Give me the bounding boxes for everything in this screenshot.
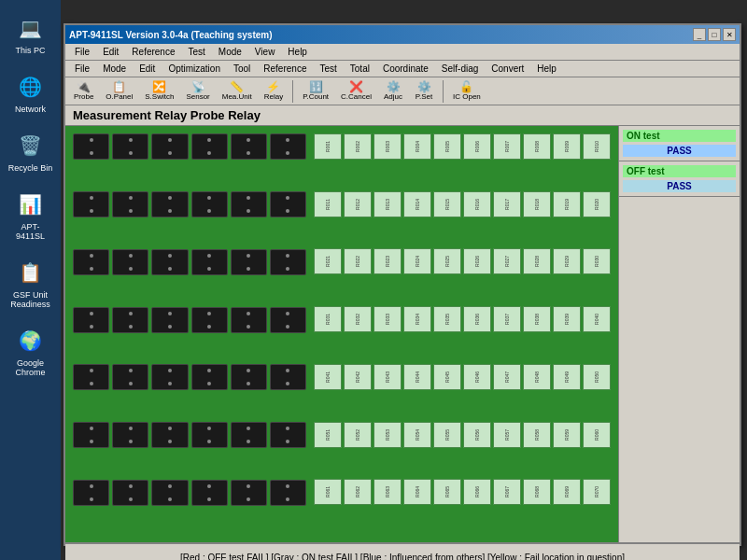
measurement-relay-1 [73,133,109,160]
probe-relay-63 [374,479,402,505]
menu2-reference[interactable]: Reference [258,63,312,75]
menu2-selfdiag[interactable]: Self-diag [436,63,484,75]
desktop-icon-chrome[interactable]: 🌍 Google Chrome [5,322,56,381]
desktop-icon-gsf[interactable]: 📋 GSF Unit Readiness [5,254,56,313]
probe-relay-13 [374,191,402,217]
toolbar-sswitch[interactable]: 🔀 S.Switch [140,79,178,103]
measurement-relay-7 [73,191,109,217]
toolbar-ccancel[interactable]: ❌ C.Cancel [336,79,376,103]
probe-relay-37 [493,306,521,332]
main-grids [73,133,611,535]
probe-relay-56 [463,422,491,448]
menu-view[interactable]: View [249,46,281,58]
right-relay-section [314,133,611,535]
toolbar-adjuc[interactable]: ⚙️ Adjuc [379,79,407,103]
toolbar-pset[interactable]: ⚙️ P.Set [410,79,438,103]
probe-relay-49 [553,364,581,390]
off-test-section: OFF test PASS [619,161,740,197]
measurement-relay-9 [151,191,188,217]
probe-relay-44 [403,364,431,390]
measurement-relay-34 [191,422,228,448]
toolbar-meaunit[interactable]: 📏 Mea.Unit [218,79,257,103]
chrome-icon: 🌍 [16,326,46,356]
probe-relay-45 [433,364,461,390]
measurement-relay-19 [73,307,109,333]
content-area: ON test PASS OFF test PASS [65,126,740,542]
measurement-relay-12 [270,191,306,217]
toolbar-opanel[interactable]: 📋 O.Panel [101,79,137,103]
desktop-icon-apt[interactable]: 📊 APT-9411SL [5,186,56,245]
menu-help[interactable]: Help [282,46,313,58]
menu2-help[interactable]: Help [531,63,562,75]
menu-mode[interactable]: Mode [213,46,247,58]
measurement-relay-21 [151,307,188,333]
probe-relay-46 [463,364,491,390]
menu2-convert[interactable]: Convert [486,63,529,75]
menu2-mode[interactable]: Mode [97,63,132,75]
desktop-icon-thispc[interactable]: 💻 This PC [5,9,56,59]
toolbar-probe[interactable]: 🔌 Probe [69,79,98,103]
measurement-relay-18 [270,249,306,275]
measurement-relay-8 [112,191,148,217]
measurement-relay-13 [73,249,109,275]
measurement-relay-11 [231,191,267,217]
toolbar-icopen[interactable]: 🔓 IC Open [448,79,486,103]
probe-relay-58 [523,422,551,448]
desktop-icon-network[interactable]: 🌐 Network [5,68,56,118]
right-panel: ON test PASS OFF test PASS [618,126,740,542]
probe-relay-1 [314,133,342,160]
menu2-tool[interactable]: Tool [228,63,256,75]
main-window: APT-9411SL Version 3.0-4a (Teaching syst… [63,23,741,546]
menu-file[interactable]: File [69,46,95,58]
menu2-optimization[interactable]: Optimization [162,63,226,75]
probe-relay-16 [463,191,491,217]
menu2-total[interactable]: Total [345,63,375,75]
probe-relay-19 [553,191,581,217]
probe-relay-24 [403,248,431,274]
menu-edit[interactable]: Edit [97,46,124,58]
probe-relay-50 [583,364,611,390]
maximize-button[interactable]: □ [708,28,721,41]
probe-relay-5 [433,133,461,160]
probe-relay-6 [463,133,491,160]
measurement-relay-35 [231,422,267,448]
menu2-edit[interactable]: Edit [134,63,161,75]
probe-relay-64 [403,479,431,505]
window-title: APT-9411SL Version 3.0-4a (Teaching syst… [69,30,689,40]
measurement-relay-22 [191,307,228,333]
measurement-relay-28 [191,364,228,390]
probe-relay-65 [433,479,461,505]
desktop-icon-recycle[interactable]: 🗑️ Recycle Bin [5,127,56,176]
relay-grid-area [65,126,618,542]
probe-relay-51 [314,422,342,448]
probe-relay-26 [463,248,491,274]
on-test-label: ON test [623,130,736,142]
menu-test[interactable]: Test [183,46,211,58]
probe-relay-28 [523,248,551,274]
menu2-test[interactable]: Test [314,63,342,75]
minimize-button[interactable]: _ [693,28,706,41]
toolbar-sensor[interactable]: 📡 Sensor [181,79,214,103]
measurement-relay-33 [151,422,188,448]
toolbar-pcount[interactable]: 🔢 P.Count [298,79,333,103]
toolbar-separator [292,80,293,103]
close-window-button[interactable]: ✕ [723,28,736,41]
measurement-relay-40 [191,480,228,506]
probe-relay-23 [374,248,402,274]
menu2-coordinate[interactable]: Coordinate [377,63,434,75]
probe-relay-33 [374,306,402,332]
measurement-relay-41 [231,480,267,506]
menu-reference[interactable]: Reference [126,46,180,58]
network-icon: 🌐 [16,72,46,102]
measurement-relay-38 [112,480,148,506]
probe-relay-53 [374,422,402,448]
menu2-file[interactable]: File [69,63,95,75]
measurement-relay-15 [151,249,188,275]
on-test-section: ON test PASS [619,126,740,161]
probe-relay-42 [344,364,372,390]
measurement-relay-32 [112,422,148,448]
toolbar-relay[interactable]: ⚡ Relay [260,79,288,103]
off-test-label: OFF test [623,165,736,177]
probe-relay-29 [553,248,581,274]
probe-relay-34 [403,306,431,332]
